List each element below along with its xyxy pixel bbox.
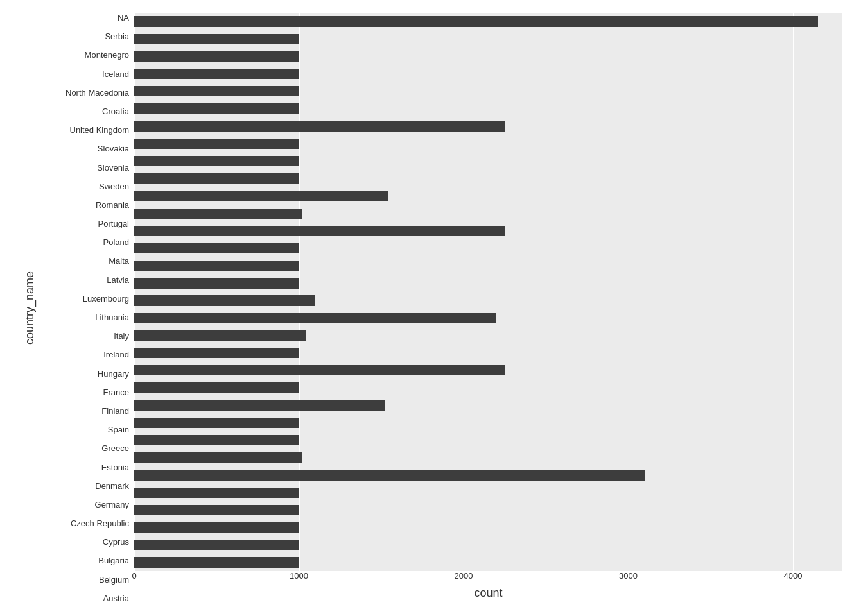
bar (134, 103, 299, 114)
y-tick-label: Serbia (41, 31, 134, 41)
bar (134, 173, 299, 184)
bar (134, 295, 315, 305)
y-tick-label: Finland (41, 406, 134, 416)
y-tick-label: Italy (41, 331, 134, 341)
y-tick-label: United Kingdom (41, 125, 134, 135)
bar-row (134, 47, 842, 65)
y-tick-label: Romania (41, 200, 134, 210)
bars-container (134, 13, 842, 571)
bar (134, 382, 299, 393)
y-tick-label: Belgium (41, 575, 134, 585)
y-tick-label: Denmark (41, 481, 134, 491)
chart-wrapper: country_name NASerbiaMontenegroIcelandNo… (21, 13, 842, 603)
bar-row (134, 292, 842, 309)
bar (134, 557, 299, 567)
x-tick-row: 01000200030004000 (134, 571, 842, 584)
bar-row (134, 205, 842, 222)
bar (134, 261, 299, 271)
bar-row (134, 13, 842, 30)
bar (134, 16, 818, 26)
y-tick-label: Lithuania (41, 312, 134, 322)
y-tick-label: Greece (41, 443, 134, 453)
y-tick-label: Ireland (41, 350, 134, 359)
bar (134, 86, 299, 96)
bar-row (134, 449, 842, 466)
bar (134, 156, 299, 166)
bar-row (134, 466, 842, 484)
y-tick-label: North Macedonia (41, 88, 134, 98)
bar-row (134, 554, 842, 571)
bar-row (134, 170, 842, 187)
bar (134, 470, 645, 480)
y-tick-label: Luxembourg (41, 294, 134, 304)
y-tick-label: Cyprus (41, 537, 134, 547)
bar (134, 278, 299, 288)
y-tick-label: Slovenia (41, 163, 134, 173)
bar-row (134, 239, 842, 257)
bar-row (134, 275, 842, 292)
bar (134, 452, 302, 463)
y-tick-label: Montenegro (41, 50, 134, 60)
bar-row (134, 432, 842, 449)
bar (134, 348, 299, 358)
bar (134, 365, 505, 375)
bar-row (134, 362, 842, 379)
bar (134, 313, 496, 323)
bar (134, 69, 299, 79)
bar (134, 540, 299, 550)
y-tick-label: Spain (41, 425, 134, 434)
bar-row (134, 135, 842, 152)
bar (134, 488, 299, 498)
bar-row (134, 153, 842, 170)
x-tick-label: 0 (132, 571, 136, 581)
plot-and-xaxis: 01000200030004000 count (134, 13, 842, 603)
x-tick-label: 2000 (455, 571, 473, 581)
y-tick-label: Hungary (41, 369, 134, 379)
bar (134, 209, 302, 219)
bar-row (134, 327, 842, 344)
plot-area-wrapper: NASerbiaMontenegroIcelandNorth Macedonia… (41, 13, 842, 603)
bar-row (134, 65, 842, 83)
bar (134, 243, 299, 253)
y-tick-label: Sweden (41, 182, 134, 191)
bar-row (134, 117, 842, 135)
bar-row (134, 309, 842, 327)
x-axis-label: count (134, 586, 842, 600)
y-axis-label: country_name (21, 13, 39, 603)
chart-container: country_name NASerbiaMontenegroIcelandNo… (0, 0, 863, 616)
y-tick-label: NA (41, 13, 134, 22)
y-tick-label: Germany (41, 500, 134, 509)
bar (134, 418, 299, 428)
bar (134, 522, 299, 533)
bar-row (134, 187, 842, 205)
bar-row (134, 501, 842, 518)
bar-row (134, 100, 842, 117)
x-tick-label: 4000 (784, 571, 803, 581)
bar-row (134, 30, 842, 47)
bar-row (134, 484, 842, 501)
bar (134, 435, 299, 445)
bar (134, 400, 385, 411)
bar-row (134, 397, 842, 414)
bar-row (134, 83, 842, 100)
y-tick-label: Estonia (41, 463, 134, 472)
x-tick-label: 3000 (619, 571, 638, 581)
bar-row (134, 379, 842, 397)
bar (134, 505, 299, 515)
bar-row (134, 414, 842, 431)
bar-row (134, 518, 842, 536)
bar (134, 191, 388, 201)
x-tick-label: 1000 (290, 571, 308, 581)
bar (134, 139, 299, 149)
bar (134, 34, 299, 44)
bar (134, 121, 505, 132)
y-tick-label: Bulgaria (41, 556, 134, 565)
y-tick-label: Slovakia (41, 144, 134, 153)
y-tick-label: Czech Republic (41, 518, 134, 528)
chart-inner: NASerbiaMontenegroIcelandNorth Macedonia… (41, 13, 842, 603)
bar-row (134, 222, 842, 239)
y-tick-label: Croatia (41, 107, 134, 116)
x-axis: 01000200030004000 count (134, 571, 842, 603)
bar (134, 51, 299, 62)
bar-row (134, 536, 842, 554)
